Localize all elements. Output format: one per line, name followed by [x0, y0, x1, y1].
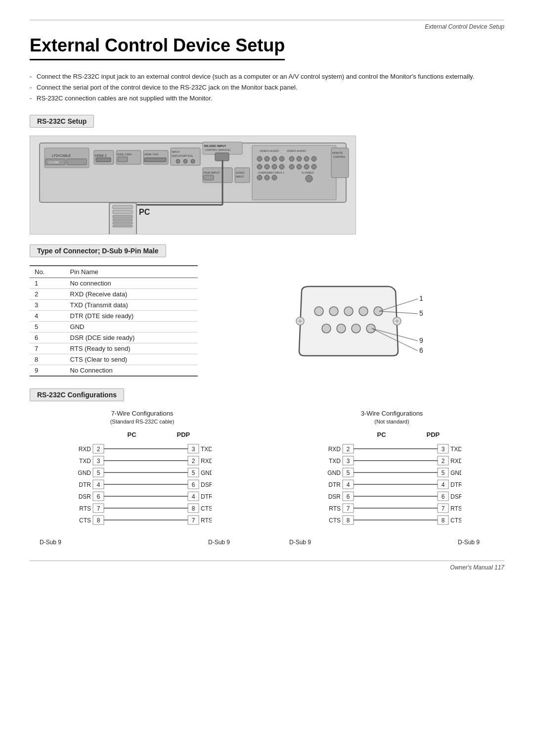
pin-name: DSR (DCE side ready)	[65, 332, 198, 343]
svg-point-53	[257, 175, 262, 180]
svg-text:DTR: DTR	[328, 481, 341, 488]
svg-text:LFD/CABLE: LFD/CABLE	[52, 154, 71, 157]
svg-text:DSR: DSR	[201, 481, 212, 488]
pin-no: 2	[30, 289, 65, 300]
svg-text:GND: GND	[327, 470, 341, 476]
svg-text:HDMI 2: HDMI 2	[95, 154, 107, 157]
intro-bullet-3: RS-232C connection cables are not suppli…	[30, 93, 504, 104]
svg-text:AUDIO: AUDIO	[297, 149, 306, 152]
svg-text:DSR: DSR	[78, 493, 91, 500]
seven-wire-svg: RXD23TXDTXD32RXDGND55GNDDTR46DSRDSR64DTR…	[73, 440, 212, 537]
svg-text:DISPLAY/OPTICAL: DISPLAY/OPTICAL	[172, 154, 193, 157]
svg-text:TXD: TXD	[329, 458, 341, 465]
svg-text:2: 2	[441, 458, 445, 465]
three-wire-config: 3-Wire Configurations (Not standard) PC …	[279, 409, 504, 546]
col-pinname-header: Pin Name	[65, 266, 198, 278]
svg-rect-11	[118, 157, 128, 162]
svg-rect-27	[204, 175, 214, 180]
svg-point-72	[329, 307, 338, 316]
svg-rect-8	[96, 158, 111, 162]
seven-wire-title: 7-Wire Configurations	[30, 409, 255, 418]
three-wire-title: 3-Wire Configurations	[279, 409, 504, 418]
svg-text:6: 6	[96, 493, 100, 500]
svg-point-76	[322, 324, 331, 333]
svg-text:GND: GND	[201, 470, 212, 476]
svg-text:5: 5	[441, 470, 445, 476]
svg-text:3: 3	[191, 446, 195, 453]
table-row: 3TXD (Transmit data)	[30, 300, 198, 311]
seven-wire-pdp-header: PDP	[177, 431, 188, 438]
svg-text:2: 2	[346, 446, 350, 453]
table-row: 1No connection	[30, 278, 198, 289]
svg-text:3: 3	[96, 458, 100, 465]
pc-illustration: PC	[107, 200, 156, 235]
pin-name: TXD (Transmit data)	[65, 300, 198, 311]
svg-point-49	[297, 164, 302, 169]
svg-text:7: 7	[96, 505, 100, 512]
pin-name: No connection	[65, 278, 198, 289]
three-wire-pdp-header: PDP	[427, 431, 438, 438]
svg-text:CTS: CTS	[329, 517, 341, 524]
svg-text:6: 6	[419, 346, 423, 354]
pin-name: GND	[65, 322, 198, 332]
svg-text:AUDIO: AUDIO	[236, 171, 245, 174]
svg-point-45	[265, 164, 269, 169]
svg-text:RXD: RXD	[201, 458, 212, 465]
svg-text:RS-232C INPUT: RS-232C INPUT	[204, 144, 226, 147]
svg-point-41	[297, 156, 302, 161]
svg-rect-67	[113, 215, 133, 218]
svg-text:DSR: DSR	[450, 493, 461, 500]
svg-point-37	[265, 156, 269, 161]
svg-text:RGB INPUT: RGB INPUT	[204, 171, 220, 174]
svg-text:INPUT: INPUT	[172, 150, 180, 153]
table-row: 8CTS (Clear to send)	[30, 354, 198, 365]
three-wire-dsub-right: D-Sub 9	[458, 539, 480, 546]
seven-wire-dsub-left: D-Sub 9	[40, 539, 61, 546]
svg-text:DTR: DTR	[450, 481, 461, 488]
svg-rect-6	[94, 150, 114, 164]
svg-point-44	[257, 164, 262, 169]
svg-point-57	[306, 175, 312, 182]
svg-text:CONTROL: CONTROL	[333, 155, 346, 158]
svg-rect-68	[113, 219, 133, 221]
svg-text:4: 4	[346, 481, 350, 488]
pin-name: RXD (Receive data)	[65, 289, 198, 300]
svg-text:RTS: RTS	[201, 517, 212, 524]
svg-point-39	[279, 156, 284, 161]
footer-page-label: Owner's Manual 117	[30, 564, 504, 571]
svg-rect-69	[113, 222, 133, 224]
svg-text:RXD: RXD	[328, 446, 341, 453]
svg-point-74	[359, 307, 368, 316]
svg-text:6: 6	[191, 481, 195, 488]
table-row: 5GND	[30, 322, 198, 332]
svg-text:2: 2	[191, 458, 195, 465]
svg-text:COMPONENT INPUT 1: COMPONENT INPUT 1	[258, 171, 284, 174]
svg-text:7: 7	[441, 505, 445, 512]
svg-point-54	[265, 175, 269, 180]
three-wire-pc-header: PC	[376, 431, 387, 438]
config-section: RS-232C Configurations 7-Wire Configurat…	[30, 388, 504, 546]
pin-no: 7	[30, 343, 65, 354]
svg-text:GND: GND	[78, 470, 91, 476]
svg-text:DSR: DSR	[328, 493, 341, 500]
table-row: 2RXD (Receive data)	[30, 289, 198, 300]
svg-text:TXD: TXD	[450, 446, 461, 453]
svg-point-40	[289, 156, 294, 161]
svg-point-42	[304, 156, 309, 161]
svg-text:INPUT: INPUT	[236, 175, 244, 178]
svg-point-48	[289, 164, 294, 169]
pin-no: 3	[30, 300, 65, 311]
pin-name: CTS (Clear to send)	[65, 354, 198, 365]
svg-point-19	[183, 159, 187, 163]
svg-text:CI-LINK: CI-LINK	[48, 161, 59, 164]
three-wire-dsub-left: D-Sub 9	[289, 539, 311, 546]
svg-text:6: 6	[346, 493, 350, 500]
svg-point-43	[312, 156, 316, 161]
svg-text:CONTROL (SERVICE): CONTROL (SERVICE)	[205, 148, 230, 151]
pin-no: 8	[30, 354, 65, 365]
svg-text:4: 4	[191, 493, 195, 500]
svg-point-36	[257, 156, 262, 161]
seven-wire-subtitle: (Standard RS-232C cable)	[30, 418, 255, 425]
pin-no: 6	[30, 332, 65, 343]
svg-text:RTS: RTS	[450, 505, 461, 512]
